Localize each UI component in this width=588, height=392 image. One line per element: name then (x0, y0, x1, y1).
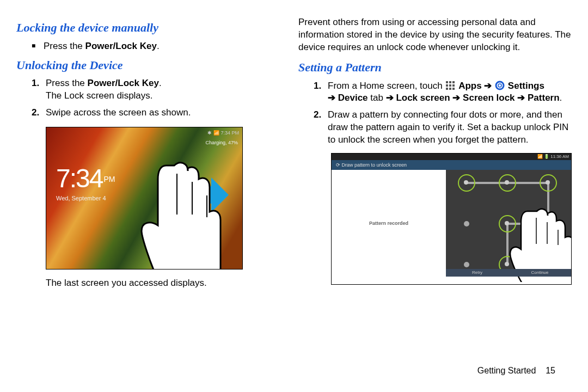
svg-rect-6 (446, 84, 448, 87)
pattern-recorded-text: Pattern recorded (332, 170, 446, 277)
apps-icon (445, 81, 455, 90)
svg-point-12 (496, 82, 504, 89)
svg-rect-8 (452, 84, 455, 87)
right-column: Prevent others from using or accessing p… (298, 16, 572, 365)
svg-rect-11 (452, 88, 455, 90)
continue-button: Continue (509, 269, 571, 277)
step-1-unlock: 1. Press the Power/Lock Key. The Lock sc… (32, 77, 282, 102)
footer-section: Getting Started (477, 366, 536, 375)
lockscreen-swipe-illustration: ✱ 📶 7:34 PM Charging, 47% 7:34PM Wed, Se… (46, 127, 243, 270)
heading-unlock-device: Unlocking the Device (16, 57, 282, 74)
pattern-banner: ⟳ Draw pattern to unlock screen (332, 160, 571, 170)
svg-rect-4 (449, 81, 451, 83)
heading-setting-pattern: Setting a Pattern (298, 59, 572, 76)
svg-point-13 (498, 84, 501, 87)
heading-lock-manual: Locking the device manually (16, 20, 282, 36)
svg-rect-5 (452, 81, 455, 83)
bullet-press-power: Press the Power/Lock Key. (32, 40, 282, 53)
step-2-pattern: 2. Draw a pattern by connecting four dot… (314, 109, 572, 146)
footer-page-number: 15 (546, 366, 555, 375)
svg-rect-9 (446, 88, 448, 90)
lockscreen-clock: 7:34PM Wed, September 4 (56, 161, 115, 203)
charging-text: Charging, 47% (205, 139, 238, 146)
hand-swipe-icon (128, 155, 226, 270)
step-2-unlock: 2. Swipe across the screen as shown. (32, 107, 282, 119)
settings-icon (495, 81, 505, 90)
pattern-lock-illustration: 📶 🔋 11:36 AM ⟳ Draw pattern to unlock sc… (331, 153, 572, 285)
left-column: Locking the device manually Press the Po… (16, 16, 282, 365)
svg-rect-7 (449, 84, 451, 87)
svg-rect-10 (449, 88, 451, 90)
caption-last-screen: The last screen you accessed displays. (46, 277, 282, 290)
retry-button: Retry (446, 269, 509, 277)
pattern-status-bar: 📶 🔋 11:36 AM (332, 154, 571, 160)
intro-paragraph: Prevent others from using or accessing p… (298, 16, 572, 54)
svg-rect-3 (446, 81, 448, 83)
pattern-grid-area: Retry Continue (446, 170, 571, 277)
step-1-pattern: 1. From a Home screen, touch Apps ➔ Sett… (314, 80, 572, 105)
page-footer: Getting Started 15 (477, 366, 555, 376)
status-bar-text: ✱ 📶 7:34 PM (207, 130, 239, 136)
